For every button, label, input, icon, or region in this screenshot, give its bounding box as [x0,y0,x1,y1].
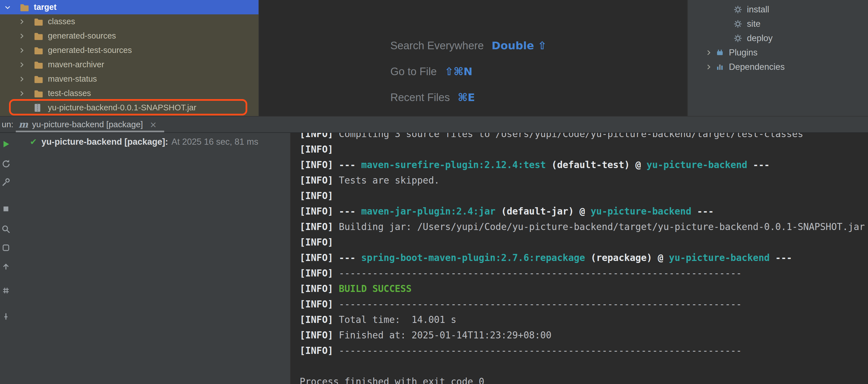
console-line: [INFO] ---------------------------------… [300,343,865,358]
console-line: [INFO] [300,234,865,250]
run-tab-bar: un: m yu-picture-backend [package] × [0,116,868,133]
console-line: [INFO] Building jar: /Users/yupi/Code/yu… [300,219,865,234]
shortcut-hint-row: Go to File⇧⌘N [390,59,547,85]
shortcut-hint-row: Recent Files⌘E [390,85,547,110]
gear-icon [733,34,743,43]
tree-item-target[interactable]: target [0,0,258,14]
maven-goal-label: install [747,4,769,14]
maven-node-label: Dependencies [729,62,785,72]
toolwindow-label: un: [2,117,13,132]
console-line: [INFO] ---------------------------------… [300,265,865,281]
maven-node-plugins[interactable]: Plugins [688,45,868,60]
folder-icon [34,46,43,54]
maven-icon: m [19,119,28,130]
console-line: [INFO] --- spring-boot-maven-plugin:2.7.… [300,250,865,265]
jump-icon[interactable] [1,261,11,271]
run-left-panel: ✔ yu-picture-backend [package]: At 2025 … [0,133,291,384]
console-line: [INFO] [300,188,865,203]
tree-item-label: classes [48,17,75,26]
console-line: [INFO] BUILD SUCCESS [300,281,865,296]
console-line: [INFO] Total time: 14.001 s [300,312,865,327]
shortcut-keys: Double ⇧ [492,39,547,52]
chevron-right-icon[interactable] [16,89,28,98]
chevron-down-icon[interactable] [2,3,13,11]
run-status-detail: At 2025 16 sec, 81 ms [172,137,258,147]
console-line: [INFO] --- maven-surefire-plugin:2.12.4:… [300,157,865,172]
chevron-right-icon[interactable] [16,61,28,69]
run-status-name: yu-picture-backend [package]: [41,137,168,147]
folder-icon [20,3,29,11]
tag-icon[interactable] [1,243,11,253]
folder-icon [34,90,43,97]
editor-shortcut-hints: Search EverywhereDouble ⇧Go to File⇧⌘NRe… [390,33,547,110]
tree-item-generated-sources[interactable]: generated-sources [0,29,258,43]
search-icon[interactable] [1,224,11,234]
console-output: [INFO] Compiling 3 source files to /User… [300,133,865,384]
jar-icon [34,103,43,112]
tree-item-test-classes[interactable]: test-classes [0,86,258,100]
success-check-icon: ✔ [30,137,37,147]
maven-node-dependencies[interactable]: Dependencies [688,60,868,74]
run-status-row[interactable]: ✔ yu-picture-backend [package]: At 2025 … [30,135,258,149]
close-icon[interactable]: × [150,120,157,129]
shortcut-hint-row: Search EverywhereDouble ⇧ [390,33,547,59]
console-line: [INFO] Tests are skipped. [300,172,865,188]
run-tab-title: yu-picture-backend [package] [32,120,143,129]
chevron-right-icon[interactable] [703,63,715,71]
maven-goal-label: deploy [747,33,773,43]
chevron-right-icon[interactable] [16,46,28,55]
console-line: [INFO] Finished at: 2025-01-14T11:23:29+… [300,327,865,343]
console-line: [INFO] Compiling 3 source files to /User… [300,133,865,141]
stop-icon[interactable] [1,204,11,214]
ide-window: targetclassesgenerated-sourcesgenerated-… [0,0,868,384]
tree-item-label: target [34,3,57,12]
maven-goal-site[interactable]: site [688,17,868,31]
tree-item-label: generated-test-sources [48,45,132,55]
plugin-icon [715,49,725,57]
build-icon[interactable] [1,178,11,187]
console-line: [INFO] ---------------------------------… [300,296,865,312]
gear-icon [733,5,743,14]
editor-area: Search EverywhereDouble ⇧Go to File⇧⌘NRe… [259,0,687,116]
history-icon[interactable] [1,159,11,169]
tree-item-classes[interactable]: classes [0,14,258,29]
chevron-right-icon[interactable] [16,18,28,26]
shortcut-action: Go to File [390,66,437,78]
folder-icon [34,61,43,69]
tree-item-generated-test-sources[interactable]: generated-test-sources [0,43,258,57]
folder-icon [34,75,43,83]
maven-goal-install[interactable]: install [688,2,868,17]
maven-panel: installsitedeployPluginsDependencies [687,0,868,116]
run-tab[interactable]: m yu-picture-backend [package] × [16,117,164,132]
rerun-icon[interactable] [1,139,11,149]
chevron-right-icon[interactable] [16,32,28,40]
console-panel[interactable]: [INFO] Compiling 3 source files to /User… [291,133,868,384]
pin-icon[interactable] [1,312,11,321]
chevron-right-icon[interactable] [16,75,28,83]
maven-goal-deploy[interactable]: deploy [688,31,868,45]
deps-icon [715,63,725,71]
console-line: [INFO] [300,141,865,157]
tree-item-yu-picture-backend-0-0-1-snapshot-jar[interactable]: yu-picture-backend-0.0.1-SNAPSHOT.jar [0,100,258,115]
tree-item-maven-status[interactable]: maven-status [0,72,258,86]
shortcut-action: Recent Files [390,92,450,104]
chevron-right-icon[interactable] [703,49,715,57]
project-tree: targetclassesgenerated-sourcesgenerated-… [0,0,258,115]
shortcut-keys: ⇧⌘N [445,65,473,78]
tree-item-label: yu-picture-backend-0.0.1-SNAPSHOT.jar [48,103,196,112]
grid-icon[interactable] [1,286,11,295]
tree-item-maven-archiver[interactable]: maven-archiver [0,57,258,72]
shortcut-action: Search Everywhere [390,40,484,52]
maven-node-label: Plugins [729,47,757,58]
shortcut-keys: ⌘E [458,91,475,104]
tree-item-label: test-classes [48,89,91,98]
tab-underline [16,131,164,132]
chevron-spacer [16,104,28,112]
folder-icon [34,32,43,40]
gear-icon [733,20,743,28]
tree-item-label: generated-sources [48,31,116,40]
tree-item-label: maven-status [48,74,97,84]
console-line: [INFO] --- maven-jar-plugin:2.4:jar (def… [300,203,865,219]
maven-items: installsitedeployPluginsDependencies [688,2,868,74]
folder-icon [34,18,43,26]
